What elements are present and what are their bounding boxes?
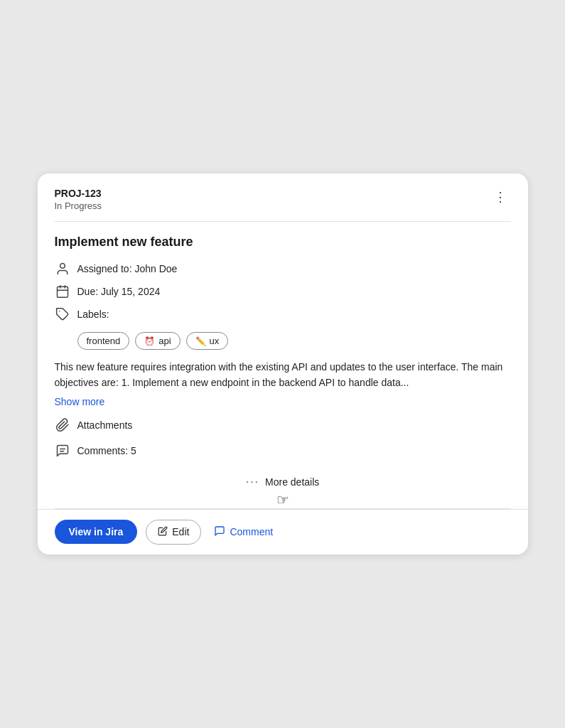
chip-ux-icon: ✏️ — [195, 336, 206, 346]
attachment-icon — [55, 417, 70, 433]
more-details-wrapper: ··· More details ☞ — [55, 471, 511, 496]
assigned-text: Assigned to: John Doe — [77, 263, 178, 274]
due-text: Due: July 15, 2024 — [77, 286, 161, 297]
project-id: PROJ-123 — [55, 188, 102, 199]
more-details-label: More details — [265, 476, 319, 488]
card-header: PROJ-123 In Progress ⋮ — [38, 173, 528, 221]
more-details-dots-icon: ··· — [246, 476, 259, 488]
assigned-row: Assigned to: John Doe — [55, 261, 511, 277]
attachments-row: Attachments — [55, 417, 511, 433]
due-row: Due: July 15, 2024 — [55, 284, 511, 299]
comments-row: Comments: 5 — [55, 443, 511, 459]
header-left: PROJ-123 In Progress — [55, 188, 102, 211]
comment-button[interactable]: Comment — [210, 520, 277, 545]
more-details-button[interactable]: ··· More details — [55, 471, 511, 496]
chip-api-icon: ⏰ — [144, 336, 155, 346]
chip-frontend[interactable]: frontend — [77, 332, 130, 350]
comment-count-icon — [55, 443, 70, 459]
task-title: Implement new feature — [55, 235, 511, 250]
more-options-button[interactable]: ⋮ — [490, 188, 511, 206]
chip-api-label: api — [158, 336, 171, 346]
labels-heading: Labels: — [77, 309, 109, 320]
description-text: This new feature requires integration wi… — [55, 360, 511, 390]
card-body: Implement new feature Assigned to: John … — [38, 222, 528, 508]
chip-ux[interactable]: ✏️ ux — [186, 332, 229, 350]
status-badge: In Progress — [55, 200, 102, 211]
calendar-icon — [55, 284, 70, 299]
card-footer: View in Jira Edit Comment — [38, 509, 528, 555]
chip-frontend-label: frontend — [87, 336, 121, 346]
svg-point-0 — [60, 264, 65, 269]
view-in-jira-button[interactable]: View in Jira — [55, 520, 138, 544]
edit-icon — [158, 526, 168, 538]
chip-api[interactable]: ⏰ api — [135, 332, 180, 350]
person-icon — [55, 261, 70, 277]
comment-btn-icon — [214, 525, 225, 539]
label-icon — [55, 306, 70, 322]
edit-label: Edit — [172, 526, 189, 537]
issue-card: PROJ-123 In Progress ⋮ Implement new fea… — [38, 173, 528, 554]
edit-button[interactable]: Edit — [146, 520, 201, 545]
more-options-icon: ⋮ — [494, 191, 507, 203]
labels-row: Labels: — [55, 306, 511, 322]
show-more-button[interactable]: Show more — [55, 396, 105, 407]
comment-label: Comment — [230, 526, 273, 537]
comments-text: Comments: 5 — [77, 445, 136, 456]
chip-ux-label: ux — [210, 336, 220, 346]
attachments-text: Attachments — [77, 419, 133, 431]
svg-rect-1 — [57, 287, 68, 298]
labels-chips: frontend ⏰ api ✏️ ux — [77, 332, 511, 350]
